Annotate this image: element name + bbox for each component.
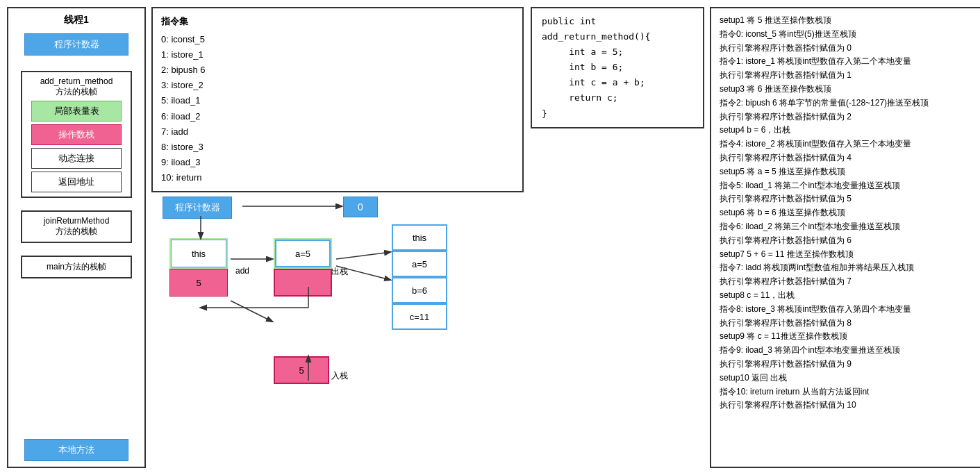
frame2-title: joinReturnMethod方法的栈帧	[25, 216, 128, 238]
zero-value: 0	[343, 197, 378, 217]
frame1-title: add_return_method方法的栈帧	[40, 76, 113, 98]
exp-line-15: 指令6: iload_2 将第三个int型本地变量推送至栈顶	[720, 220, 980, 234]
svg-line-3	[231, 301, 272, 322]
exp-line-27: 指令10: ireturn ireturn 从当前方法返回int	[720, 385, 980, 399]
operand-5-bottom: 5	[274, 356, 329, 384]
instr-9: 10: ireturn	[161, 170, 514, 185]
stack-this: this	[171, 240, 226, 267]
local-vars-col: this a=5 b=6 c=11	[392, 224, 447, 330]
chu-zhan-label: 出栈	[331, 266, 348, 278]
instruction-title: 指令集	[161, 14, 514, 29]
right-panel: setup1 将 5 推送至操作数栈顶 指令0: iconst_5 将int型(…	[710, 7, 980, 468]
code-box: public int add_return_method(){ int a = …	[531, 7, 704, 128]
exp-line-23: setup9 将 c = 11推送至操作数栈顶	[720, 330, 980, 344]
code-line-4: return c;	[542, 90, 693, 106]
code-line-1: int a = 5;	[542, 44, 693, 60]
thread-title: 线程1	[64, 14, 89, 26]
instr-0: 0: iconst_5	[161, 32, 514, 47]
exp-line-14: setup6 将 b = 6 推送至操作数栈顶	[720, 206, 980, 220]
exp-line-7: 执行引擎将程序计数器指针赋值为 2	[720, 110, 980, 124]
pc-diagram-box: 程序计数器	[163, 197, 232, 219]
zero-box: 0	[343, 197, 378, 217]
code-line-2: int b = 6;	[542, 60, 693, 75]
exp-line-20: setup8 c = 11，出栈	[720, 289, 980, 303]
exp-line-5: setup3 将 6 推送至操作数栈顶	[720, 83, 980, 97]
code-line-0: public int add_return_method(){	[542, 14, 693, 44]
operand-stack-left: 操作数栈	[31, 124, 122, 145]
exp-line-25: 执行引擎将程序计数器指针赋值为 9	[720, 358, 980, 372]
diagram-wrapper: 程序计数器 0 this 5	[163, 197, 524, 419]
exp-line-19: 执行引擎将程序计数器指针赋值为 7	[720, 275, 980, 289]
lv-c11: c=11	[392, 303, 447, 330]
exp-line-28: 执行引擎将程序计数器指针赋值为 10	[720, 399, 980, 412]
exp-line-16: 执行引擎将程序计数器指针赋值为 6	[720, 234, 980, 248]
main-container: 线程1 程序计数器 add_return_method方法的栈帧 局部表量表 操…	[0, 0, 980, 475]
dynamic-link: 动态连接	[31, 148, 122, 169]
instr-3: 3: istore_2	[161, 78, 514, 93]
stack-column: this 5	[169, 238, 228, 297]
frame2: joinReturnMethod方法的栈帧	[21, 210, 132, 243]
operand-pink	[274, 269, 332, 297]
exp-line-22: 执行引擎将程序计数器指针赋值为 8	[720, 317, 980, 331]
exp-line-10: 执行引擎将程序计数器指针赋值为 4	[720, 151, 980, 165]
exp-line-3: 指令1: istore_1 将栈顶int型数值存入第二个本地变量	[720, 55, 980, 69]
return-addr: 返回地址	[31, 172, 122, 192]
exp-line-26: setup10 返回 出栈	[720, 372, 980, 385]
exp-line-0: setup1 将 5 推送至操作数栈顶	[720, 14, 980, 28]
exp-line-17: setup7 5 + 6 = 11 推送至操作数栈顶	[720, 248, 980, 262]
lv-a5: a=5	[392, 251, 447, 277]
pc-box-left: 程序计数器	[24, 33, 128, 56]
instr-1: 1: istore_1	[161, 47, 514, 62]
instr-code-col: 指令集 0: iconst_5 1: istore_1 2: bipush 6 …	[151, 7, 524, 468]
ru-zhan-label: 入栈	[331, 370, 348, 382]
exp-line-24: 指令9: iload_3 将第四个int型本地变量推送至栈顶	[720, 344, 980, 358]
exp-line-9: 指令4: istore_2 将栈顶int型数值存入第三个本地变量	[720, 138, 980, 151]
code-col: public int add_return_method(){ int a = …	[531, 7, 704, 468]
frame3-title: main方法的栈帧	[25, 261, 128, 273]
frame3: main方法的栈帧	[21, 256, 132, 278]
add-label: add	[235, 266, 249, 276]
thread-panel: 线程1 程序计数器 add_return_method方法的栈帧 局部表量表 操…	[7, 7, 146, 468]
operand-5-val: 5	[274, 356, 329, 384]
exp-line-4: 执行引擎将程序计数器指针赋值为 1	[720, 69, 980, 83]
operand-a5: a=5	[275, 240, 331, 267]
instr-6: 7: iadd	[161, 124, 514, 140]
native-methods: 本地方法	[24, 439, 128, 461]
instr-4: 5: iload_1	[161, 93, 514, 108]
pc-label-diagram: 程序计数器	[163, 197, 232, 219]
exp-line-1: 指令0: iconst_5 将int型(5)推送至栈顶	[720, 28, 980, 42]
exp-line-12: 指令5: iload_1 将第二个int型本地变量推送至栈顶	[720, 179, 980, 193]
exp-line-13: 执行引擎将程序计数器指针赋值为 5	[720, 192, 980, 206]
svg-line-7	[336, 252, 390, 259]
exp-line-8: setup4 b = 6，出栈	[720, 124, 980, 138]
instr-5: 6: iload_2	[161, 109, 514, 124]
exp-line-2: 执行引擎将程序计数器指针赋值为 0	[720, 42, 980, 56]
exp-line-21: 指令8: istore_3 将栈顶int型数值存入第四个本地变量	[720, 303, 980, 317]
exp-line-11: setup5 将 a = 5 推送至操作数栈顶	[720, 165, 980, 179]
lv-this: this	[392, 224, 447, 251]
stack-5: 5	[169, 269, 228, 297]
code-line-3: int c = a + b;	[542, 75, 693, 90]
operand-middle: a=5	[274, 238, 332, 297]
arrows-svg	[163, 197, 524, 419]
middle-section: 指令集 0: iconst_5 1: istore_1 2: bipush 6 …	[151, 7, 704, 468]
code-line-5: }	[542, 106, 693, 122]
exp-line-6: 指令2: bipush 6 将单字节的常量值(-128~127)推送至栈顶	[720, 97, 980, 110]
local-var-table: 局部表量表	[31, 101, 122, 122]
exp-line-18: 指令7: iadd 将栈顶两int型数值相加并将结果压入栈顶	[720, 261, 980, 275]
lv-b6: b=6	[392, 277, 447, 303]
instr-8: 9: iload_3	[161, 155, 514, 170]
instr-2: 2: bipush 6	[161, 62, 514, 78]
instr-7: 8: istore_3	[161, 140, 514, 155]
instruction-box: 指令集 0: iconst_5 1: istore_1 2: bipush 6 …	[151, 7, 524, 192]
frame1: add_return_method方法的栈帧 局部表量表 操作数栈 动态连接 返…	[21, 71, 132, 198]
